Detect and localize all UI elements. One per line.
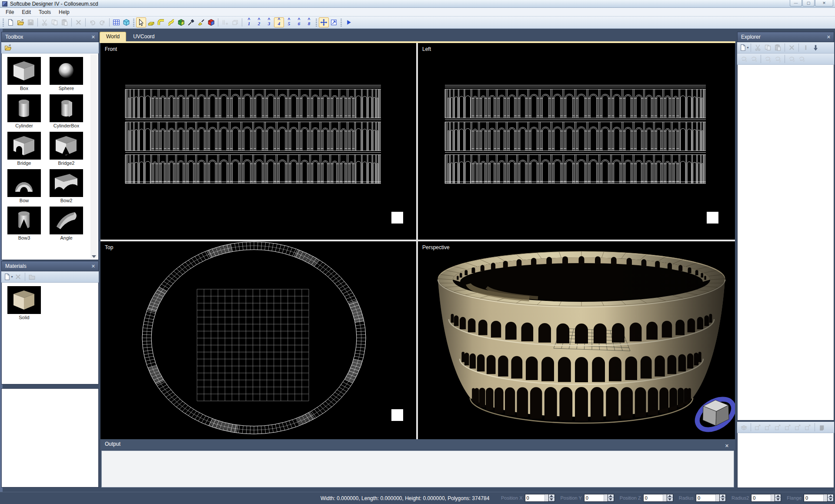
spin-down-button[interactable] — [775, 498, 781, 501]
align-2-button[interactable] — [763, 422, 773, 432]
scroll-down-icon[interactable] — [92, 255, 96, 258]
solid-thumbnail[interactable] — [7, 286, 41, 314]
rotate-y2-button[interactable]: y — [773, 54, 783, 64]
field-input[interactable]: 0 — [804, 494, 823, 501]
pipe-tool[interactable] — [156, 17, 166, 27]
paint-tool[interactable] — [196, 17, 206, 27]
close-button[interactable]: ✕ — [815, 0, 833, 7]
dropdown-caret-icon[interactable]: ▾ — [11, 275, 13, 279]
snap-button[interactable] — [220, 17, 230, 27]
bow3-thumbnail[interactable] — [7, 207, 41, 234]
material-folder-button[interactable] — [27, 272, 37, 282]
spin-up-button[interactable] — [667, 494, 673, 498]
save-button[interactable] — [26, 17, 36, 27]
spin-up-button[interactable] — [720, 494, 725, 498]
fit-view-button[interactable] — [329, 17, 339, 27]
picker-tool[interactable] — [186, 17, 196, 27]
toolbox-item-bridge[interactable]: Bridge — [7, 132, 41, 166]
spin-down-button[interactable] — [549, 498, 554, 501]
explorer-close-icon[interactable]: ✕ — [827, 34, 831, 40]
new-material-button[interactable]: ▾ — [3, 272, 13, 282]
field-grip[interactable] — [715, 494, 719, 501]
select-tool[interactable] — [136, 17, 146, 27]
viewport-top[interactable]: Top — [100, 241, 416, 439]
toolbox-item-cylinder[interactable]: Cylinder — [7, 94, 41, 128]
field-grip[interactable] — [823, 494, 827, 501]
bridge-thumbnail[interactable] — [7, 132, 41, 160]
materials-close-icon[interactable]: ✕ — [91, 263, 95, 269]
toolbox-item-bow3[interactable]: Bow3 — [7, 207, 41, 240]
texture-tool[interactable] — [176, 17, 186, 27]
field-input[interactable]: 0 — [525, 494, 544, 501]
delete-material-button[interactable] — [13, 272, 23, 282]
copy-button[interactable] — [50, 17, 60, 27]
left-material-square[interactable] — [707, 212, 718, 224]
paste-node-button[interactable] — [773, 43, 783, 53]
viewport-left[interactable]: Left — [418, 43, 735, 240]
field-input[interactable]: 0 — [696, 494, 715, 501]
top-material-square[interactable] — [391, 409, 403, 421]
mark-button[interactable] — [801, 43, 811, 53]
undo-button[interactable] — [87, 17, 97, 27]
rotate-x-button[interactable]: x — [739, 54, 749, 64]
open-button[interactable] — [16, 17, 26, 27]
pan-tool[interactable] — [319, 17, 329, 27]
front-material-square[interactable] — [391, 212, 403, 224]
run-button[interactable] — [344, 17, 354, 27]
rotate-x2-button[interactable]: x — [749, 54, 759, 64]
toolbox-item-bow[interactable]: Bow — [7, 169, 41, 203]
spin-up-button[interactable] — [775, 494, 781, 498]
spin-up-button[interactable] — [549, 494, 554, 498]
tab-uvcoord[interactable]: UVCoord — [127, 32, 160, 41]
new-node-button[interactable]: ▾ — [739, 43, 749, 53]
redo-button[interactable] — [97, 17, 107, 27]
sphere-thumbnail[interactable] — [50, 57, 83, 85]
spin-down-button[interactable] — [720, 498, 725, 501]
rotate-y-button[interactable]: y — [763, 54, 773, 64]
field-grip[interactable] — [663, 494, 667, 501]
bow-thumbnail[interactable] — [7, 169, 41, 197]
cylinderbox-thumbnail[interactable] — [50, 94, 83, 122]
rotate-z2-button[interactable]: z — [797, 54, 807, 64]
minimize-button[interactable]: — — [790, 0, 802, 7]
material-tool[interactable] — [206, 17, 216, 27]
align-1-button[interactable] — [753, 422, 763, 432]
paste-button[interactable] — [60, 17, 70, 27]
toolbar-grip[interactable] — [3, 19, 4, 27]
box-tool[interactable] — [146, 17, 156, 27]
explorer-tree[interactable] — [737, 65, 834, 421]
cut-node-button[interactable] — [753, 43, 763, 53]
align-5-button[interactable] — [793, 422, 803, 432]
menu-item-help[interactable]: Help — [55, 8, 73, 16]
angle-thumbnail[interactable] — [50, 207, 83, 234]
bridge2-thumbnail[interactable] — [50, 132, 83, 160]
spin-up-button[interactable] — [828, 494, 833, 498]
extrude-button[interactable] — [230, 17, 240, 27]
menu-item-file[interactable]: File — [2, 8, 18, 16]
dropdown-caret-icon[interactable]: ▾ — [747, 46, 749, 50]
field-input[interactable]: 0 — [584, 494, 604, 501]
toolbox-item-bridge2[interactable]: Bridge2 — [50, 132, 83, 166]
subdivision-5-button[interactable]: ^5 — [284, 17, 294, 27]
subdivision-2-button[interactable]: ^2 — [254, 17, 264, 27]
spin-down-button[interactable] — [608, 498, 614, 501]
render-view-button[interactable] — [121, 17, 131, 27]
toolbar-grip[interactable] — [133, 19, 134, 27]
viewport-layout-button[interactable] — [111, 17, 121, 27]
materials-item-solid[interactable]: Solid — [7, 286, 41, 320]
solid-view-button[interactable] — [817, 422, 827, 432]
box-thumbnail[interactable] — [7, 57, 41, 85]
maximize-button[interactable]: ▢ — [802, 0, 815, 7]
cylinder-thumbnail[interactable] — [7, 94, 41, 122]
cut-button[interactable] — [40, 17, 50, 27]
bow2-thumbnail[interactable] — [50, 169, 83, 197]
align-3-button[interactable] — [773, 422, 783, 432]
align-6-button[interactable] — [803, 422, 813, 432]
subdivision-4-button[interactable]: ^4 — [274, 17, 284, 27]
tab-world[interactable]: World — [100, 32, 126, 41]
subdivision-8-button[interactable]: ^8 — [304, 17, 314, 27]
new-button[interactable] — [6, 17, 16, 27]
toolbox-item-bow2[interactable]: Bow2 — [50, 169, 83, 203]
output-close-icon[interactable]: ✕ — [725, 441, 729, 451]
field-grip[interactable] — [544, 494, 548, 501]
